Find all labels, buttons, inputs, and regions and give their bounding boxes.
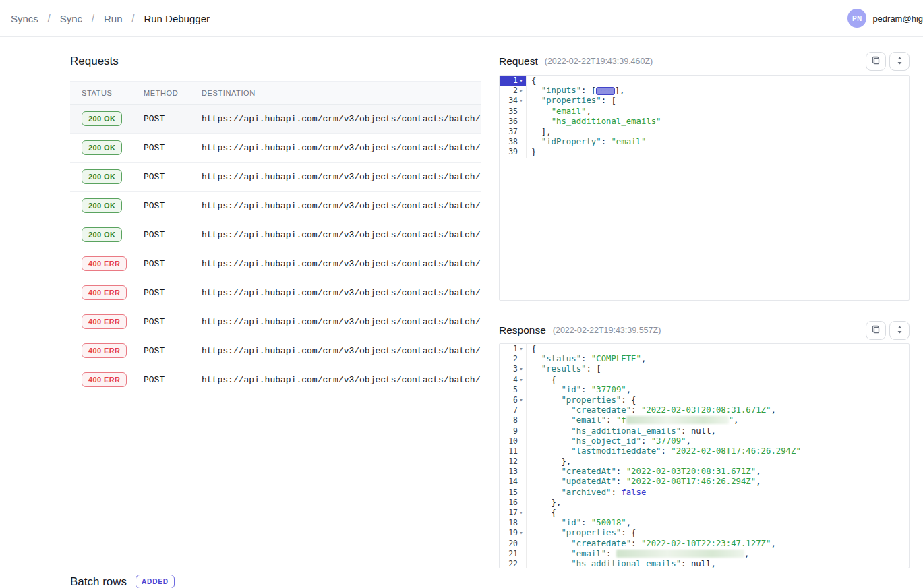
code-token: :: [631, 539, 641, 548]
fold-open-icon[interactable]: ▾: [518, 528, 525, 538]
line-number: 1: [513, 76, 518, 86]
code-token: ],: [531, 127, 552, 136]
method-cell: POST: [144, 317, 202, 327]
fold-open-icon[interactable]: ▾: [518, 76, 525, 86]
code-token: "email": [611, 137, 646, 146]
code-token: :: [601, 137, 612, 146]
table-row[interactable]: 200 OKPOSThttps://api.hubapi.com/crm/v3/…: [70, 105, 481, 134]
line-number: 34: [508, 96, 518, 106]
avatar[interactable]: PN: [847, 9, 866, 28]
line-number: 22: [508, 559, 518, 568]
destination-cell: https://api.hubapi.com/crm/v3/objects/co…: [202, 346, 481, 356]
code-line: "id": "37709",: [527, 385, 631, 395]
code-token: ,: [771, 405, 775, 415]
expand-response-button[interactable]: [889, 321, 910, 340]
fold-closed-icon[interactable]: ▸: [518, 86, 525, 96]
code-token: "hs_additional_emails": [571, 426, 681, 436]
column-status: STATUS: [70, 89, 144, 97]
code-token: [531, 559, 571, 568]
line-number: 18: [508, 518, 518, 528]
code-token: "f: [616, 415, 626, 425]
code-token: "createdAt": [561, 467, 616, 476]
requests-panel: Requests STATUS METHOD DESTINATION 200 O…: [70, 55, 481, 394]
fold-open-icon[interactable]: ▾: [518, 364, 525, 374]
table-row[interactable]: 400 ERRPOSThttps://api.hubapi.com/crm/v3…: [70, 307, 481, 336]
user-menu[interactable]: PN pedram@hig: [847, 9, 923, 28]
code-token: [531, 518, 561, 527]
line-gutter: 2: [500, 354, 527, 364]
fold-open-icon[interactable]: ▾: [518, 96, 525, 106]
copy-request-button[interactable]: [866, 52, 886, 71]
table-row[interactable]: 400 ERRPOSThttps://api.hubapi.com/crm/v3…: [70, 278, 481, 307]
table-row[interactable]: 200 OKPOSThttps://api.hubapi.com/crm/v3/…: [70, 163, 481, 192]
fold-open-icon[interactable]: ▾: [518, 508, 525, 518]
fold-open-icon[interactable]: ▾: [518, 395, 525, 405]
line-number: 10: [508, 436, 518, 446]
code-token: ,: [711, 426, 716, 436]
code-token: "2022-02-03T20:08:31.671Z": [626, 467, 756, 476]
expand-request-button[interactable]: [889, 52, 910, 71]
code-line: {: [527, 375, 556, 385]
line-number: 16: [508, 498, 518, 508]
table-row[interactable]: 400 ERRPOSThttps://api.hubapi.com/crm/v3…: [70, 336, 481, 365]
expand-collapse-icon: [897, 326, 903, 336]
code-token: "properties": [541, 96, 601, 105]
copy-response-button[interactable]: [866, 321, 886, 340]
request-code-editor[interactable]: 1▾{2▸ "inputs": [···],34▾ "properties": …: [499, 75, 910, 301]
method-cell: POST: [144, 143, 202, 153]
code-token: [531, 354, 541, 363]
code-line: "createdAt": "2022-02-03T20:08:31.671Z",: [527, 467, 761, 477]
breadcrumb-run[interactable]: Run: [104, 13, 123, 24]
code-token: ,: [686, 436, 691, 446]
table-row[interactable]: 200 OKPOSThttps://api.hubapi.com/crm/v3/…: [70, 220, 481, 249]
code-token: [531, 539, 571, 548]
fold-open-icon[interactable]: ▾: [518, 375, 525, 385]
code-token: [531, 488, 561, 497]
line-number: 14: [508, 477, 518, 487]
requests-table: STATUS METHOD DESTINATION 200 OKPOSThttp…: [70, 81, 481, 394]
code-token: :: [616, 467, 626, 476]
code-token: null: [691, 426, 711, 436]
code-token: false: [621, 488, 646, 497]
code-token: ],: [615, 86, 625, 95]
code-line: },: [527, 498, 561, 508]
destination-cell: https://api.hubapi.com/crm/v3/objects/co…: [202, 201, 481, 211]
code-token: "properties": [561, 395, 621, 405]
code-line: "status": "COMPLETE",: [527, 354, 646, 364]
request-title: Request: [499, 55, 538, 67]
line-number: 21: [508, 549, 518, 559]
code-token: [531, 477, 561, 486]
method-cell: POST: [144, 114, 202, 124]
code-line: ],: [527, 127, 552, 137]
status-badge: 200 OK: [82, 198, 122, 213]
line-number: 9: [513, 426, 518, 436]
table-row[interactable]: 200 OKPOSThttps://api.hubapi.com/crm/v3/…: [70, 134, 481, 163]
added-badge: ADDED: [136, 575, 175, 588]
breadcrumb-separator: /: [48, 13, 51, 24]
line-number: 15: [508, 488, 518, 498]
table-row[interactable]: 400 ERRPOSThttps://api.hubapi.com/crm/v3…: [70, 249, 481, 278]
line-number: 11: [508, 446, 518, 457]
breadcrumb-sync[interactable]: Sync: [60, 13, 82, 24]
breadcrumb-syncs[interactable]: Syncs: [11, 13, 38, 24]
code-token: [531, 549, 571, 558]
line-number: 38: [508, 137, 518, 147]
table-row[interactable]: 200 OKPOSThttps://api.hubapi.com/crm/v3/…: [70, 192, 481, 220]
collapsed-code-widget[interactable]: ···: [596, 87, 614, 95]
column-destination: DESTINATION: [202, 89, 481, 97]
code-token: [531, 395, 561, 405]
line-gutter: 11: [500, 446, 527, 457]
code-token: "2022-02-10T22:23:47.127Z": [641, 539, 771, 548]
line-gutter: 19▾: [500, 528, 527, 538]
code-token: :: [631, 405, 641, 415]
line-gutter: 34▾: [500, 96, 527, 106]
table-row[interactable]: 400 ERRPOSThttps://api.hubapi.com/crm/v3…: [70, 365, 481, 394]
code-token: [531, 86, 541, 95]
breadcrumb: Syncs / Sync / Run / Run Debugger: [11, 13, 210, 24]
line-gutter: 36: [500, 117, 527, 127]
response-code-editor[interactable]: 1▾{2 "status": "COMPLETE",3▾ "results": …: [499, 343, 910, 568]
line-number: 3: [513, 364, 518, 374]
code-token: ,: [756, 467, 761, 476]
fold-open-icon[interactable]: ▾: [518, 344, 525, 354]
code-line: "lastmodifieddate": "2022-02-08T17:46:26…: [527, 446, 801, 457]
